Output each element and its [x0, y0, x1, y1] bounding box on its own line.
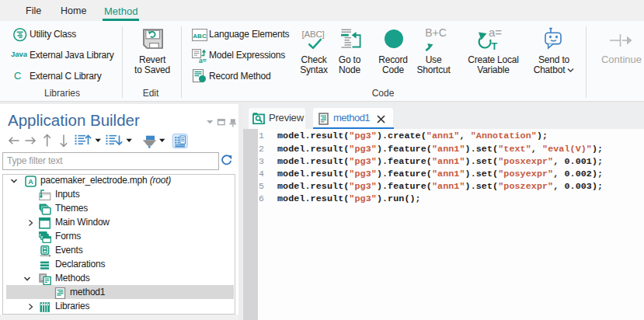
svg-text:a=: a= — [199, 57, 207, 64]
svg-text:T: T — [492, 41, 498, 51]
svg-text:ABC: ABC — [193, 33, 207, 40]
svg-text:a=: a= — [489, 26, 502, 39]
svg-text:A: A — [28, 178, 33, 186]
